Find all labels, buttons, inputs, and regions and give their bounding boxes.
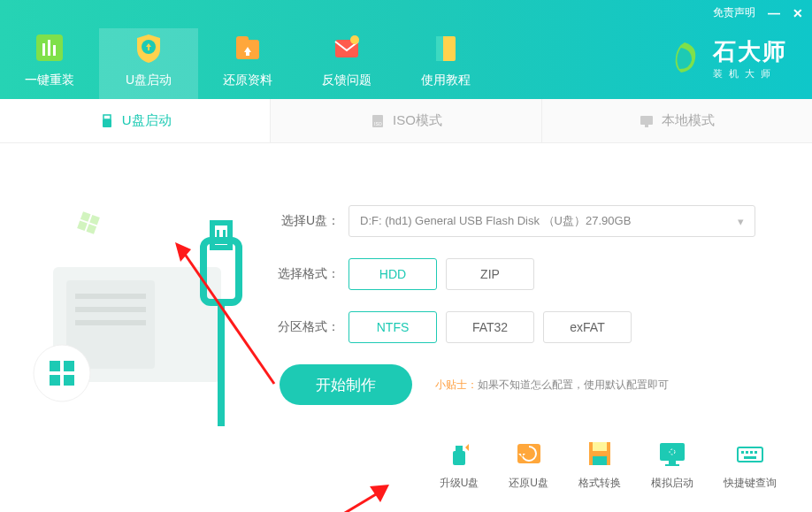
svg-rect-51 — [744, 456, 756, 459]
partition-exfat[interactable]: exFAT — [543, 311, 632, 343]
format-label: 选择格式： — [274, 266, 340, 282]
tool-format-convert[interactable]: 格式转换 — [578, 439, 621, 491]
titlebar: 免责声明 — ✕ — [713, 5, 803, 20]
tip: 小贴士：如果不知道怎么配置，使用默认配置即可 — [435, 378, 669, 393]
svg-rect-44 — [665, 464, 679, 466]
svg-rect-33 — [89, 215, 100, 225]
subtab-local[interactable]: 本地模式 — [542, 99, 812, 142]
restore-icon — [511, 439, 547, 469]
disclaimer-link[interactable]: 免责声明 — [713, 5, 755, 20]
nav-label: 反馈问题 — [297, 73, 396, 88]
svg-rect-10 — [436, 36, 443, 61]
svg-line-54 — [310, 492, 380, 512]
svg-rect-11 — [103, 115, 111, 119]
partition-label: 分区格式： — [274, 319, 340, 335]
main-content: 选择U盘： D:F: (hd1) General USB Flash Disk … — [0, 143, 812, 512]
svg-rect-21 — [75, 320, 146, 325]
main-nav: 一键重装 U盘启动 还原资料 反馈问题 使用教程 — [0, 0, 495, 99]
svg-rect-16 — [645, 125, 648, 127]
tool-upgrade-usb[interactable]: 升级U盘 — [440, 439, 479, 491]
svg-line-52 — [184, 253, 274, 384]
nav-label: 还原资料 — [198, 73, 297, 88]
svg-rect-31 — [64, 375, 74, 386]
usb-select[interactable]: D:F: (hd1) General USB Flash Disk （U盘）27… — [349, 205, 755, 237]
svg-rect-18 — [66, 280, 155, 369]
tool-restore-usb[interactable]: 还原U盘 — [509, 439, 548, 491]
monitor-boot-icon — [655, 439, 690, 469]
nav-usb-boot[interactable]: U盘启动 — [99, 28, 198, 99]
svg-rect-24 — [217, 230, 219, 237]
iso-icon: ISO — [370, 113, 386, 129]
svg-rect-35 — [87, 224, 97, 234]
keyboard-icon — [732, 439, 768, 469]
svg-rect-19 — [75, 294, 146, 299]
folder-up-icon — [198, 28, 297, 67]
svg-rect-23 — [212, 223, 230, 248]
svg-rect-32 — [80, 211, 91, 222]
nav-label: 一键重装 — [0, 73, 99, 88]
subtab-iso[interactable]: ISO ISO模式 — [271, 99, 541, 142]
svg-rect-22 — [203, 241, 239, 302]
svg-rect-43 — [669, 461, 676, 464]
close-button[interactable]: ✕ — [793, 6, 803, 20]
nav-label: 使用教程 — [396, 73, 495, 88]
brand-subtitle: 装机大师 — [713, 67, 787, 80]
footer-tools: 升级U盘 还原U盘 格式转换 模拟启动 快捷键查询 — [440, 439, 777, 491]
tool-simulate-boot[interactable]: 模拟启动 — [651, 439, 693, 491]
nav-restore[interactable]: 还原资料 — [198, 28, 297, 99]
svg-rect-12 — [103, 119, 111, 127]
svg-rect-3 — [53, 45, 56, 56]
svg-marker-55 — [370, 485, 389, 502]
format-hdd[interactable]: HDD — [349, 258, 437, 290]
usb-select-label: 选择U盘： — [274, 213, 340, 229]
minimize-button[interactable]: — — [768, 6, 780, 20]
monitor-icon — [639, 113, 655, 129]
svg-rect-20 — [75, 307, 146, 312]
subtab-label: U盘启动 — [122, 112, 172, 129]
svg-marker-53 — [175, 242, 191, 262]
tip-label: 小贴士： — [435, 378, 478, 391]
svg-rect-41 — [593, 456, 607, 465]
svg-rect-49 — [750, 451, 753, 454]
tool-label: 模拟启动 — [651, 476, 693, 491]
svg-rect-25 — [223, 230, 226, 237]
tool-label: 升级U盘 — [440, 476, 479, 491]
usb-up-icon — [441, 439, 477, 469]
subtab-usb[interactable]: U盘启动 — [0, 99, 271, 142]
nav-tutorial[interactable]: 使用教程 — [396, 28, 495, 99]
subtab-label: 本地模式 — [662, 112, 715, 129]
start-button[interactable]: 开始制作 — [280, 364, 412, 405]
svg-rect-47 — [741, 451, 744, 454]
partition-fat32[interactable]: FAT32 — [446, 311, 534, 343]
tool-label: 快捷键查询 — [724, 476, 777, 491]
subtab-label: ISO模式 — [393, 112, 442, 129]
annotation-arrow-2 — [301, 479, 398, 512]
brand-title: 石大师 — [713, 36, 787, 67]
svg-rect-2 — [48, 40, 50, 56]
header: 免责声明 — ✕ 一键重装 U盘启动 还原资料 反馈问题 — [0, 0, 812, 99]
svg-rect-40 — [593, 442, 607, 451]
floppy-icon — [582, 439, 617, 469]
tool-label: 还原U盘 — [509, 476, 548, 491]
svg-rect-42 — [660, 443, 685, 461]
book-icon — [396, 28, 495, 67]
svg-rect-50 — [755, 451, 757, 454]
subtabs: U盘启动 ISO ISO模式 本地模式 — [0, 99, 812, 143]
svg-rect-15 — [640, 116, 653, 125]
form: 选择U盘： D:F: (hd1) General USB Flash Disk … — [274, 205, 777, 405]
shield-usb-icon — [99, 28, 198, 67]
svg-rect-28 — [50, 361, 60, 371]
format-zip[interactable]: ZIP — [446, 258, 534, 290]
usb-icon — [99, 113, 115, 129]
illustration — [0, 170, 274, 435]
tool-hotkey[interactable]: 快捷键查询 — [724, 439, 777, 491]
nav-feedback[interactable]: 反馈问题 — [297, 28, 396, 99]
svg-rect-1 — [42, 43, 45, 56]
tool-label: 格式转换 — [578, 476, 621, 491]
nav-reinstall[interactable]: 一键重装 — [0, 28, 99, 99]
chevron-down-icon: ▾ — [738, 215, 744, 228]
svg-rect-37 — [456, 446, 463, 453]
nav-label: U盘启动 — [99, 73, 198, 88]
partition-ntfs[interactable]: NTFS — [349, 311, 437, 343]
annotation-arrow-1 — [168, 242, 283, 393]
